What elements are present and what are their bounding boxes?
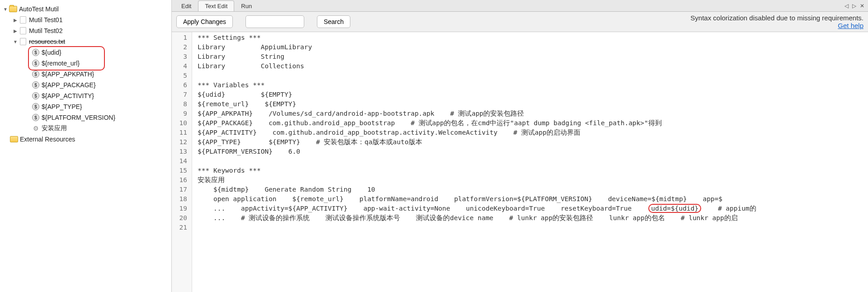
code-line[interactable]: *** Settings ***: [198, 33, 868, 42]
file-icon: [19, 16, 27, 24]
line-gutter: 123456789101112131415161718192021: [172, 32, 192, 292]
tree-root-label: AutoTest Mutil: [19, 5, 59, 13]
variable-icon: [32, 81, 40, 89]
code-line[interactable]: ${APP_ACTIVITY} com.github.android_app_b…: [198, 128, 868, 137]
tree-keyword-label: 安装应用: [42, 124, 67, 132]
tree-external-label: External Resources: [20, 136, 75, 143]
tabbar: Edit Text Edit Run ◁ ▷ ✕: [172, 0, 868, 12]
code-line[interactable]: [198, 223, 868, 232]
tree-variable[interactable]: ${APP_PACKAGE}: [0, 80, 171, 90]
annotation-highlight: udid=${udid}: [648, 204, 701, 213]
search-input[interactable]: [245, 15, 304, 28]
spacer: [24, 71, 32, 78]
tree-variable[interactable]: ${remote_url}: [0, 58, 171, 69]
spacer: [24, 114, 32, 121]
tree-variable-label: ${APP_TYPE}: [42, 103, 82, 110]
code-line[interactable]: ${udid} ${EMPTY}: [198, 90, 868, 99]
nav-forward-icon[interactable]: ▷: [852, 3, 856, 9]
main-panel: Edit Text Edit Run ◁ ▷ ✕ Apply Changes S…: [172, 0, 868, 292]
file-icon: [19, 27, 27, 35]
code-line[interactable]: [198, 71, 868, 80]
spacer: [24, 92, 32, 99]
collapse-arrow-icon[interactable]: [12, 16, 19, 24]
tree-variable-label: ${udid}: [42, 49, 61, 56]
code-area[interactable]: *** Settings ***Library AppiumLibraryLib…: [192, 32, 868, 292]
toolbar: Apply Changes Search Syntax colorization…: [172, 12, 868, 32]
variable-icon: [32, 59, 40, 67]
tree-suite-label: Mutil Test01: [29, 16, 62, 24]
spacer: [24, 60, 32, 67]
tree-variable-label: ${APP_APKPATH}: [42, 71, 94, 78]
code-line[interactable]: 安装应用: [198, 175, 868, 185]
spacer: [24, 103, 32, 110]
code-line[interactable]: *** Keywords ***: [198, 166, 868, 175]
folder-icon: [9, 5, 17, 13]
tree-root[interactable]: AutoTest Mutil: [0, 4, 171, 14]
folder-icon: [10, 135, 18, 143]
code-line[interactable]: ... # 测试设备的操作系统 测试设备操作系统版本号 测试设备的device …: [198, 213, 868, 223]
tree-external[interactable]: External Resources: [0, 134, 171, 145]
code-line[interactable]: [198, 156, 868, 166]
tree-keyword[interactable]: 安装应用: [0, 123, 171, 134]
code-line[interactable]: ${APP_TYPE} ${EMPTY} # 安装包版本：qa版本或auto版本: [198, 137, 868, 147]
code-line[interactable]: ... appActivity=${APP_ACTIVITY} app-wait…: [198, 204, 868, 213]
tree-variable-label: ${remote_url}: [42, 60, 80, 67]
variable-icon: [32, 113, 40, 122]
expand-arrow-icon[interactable]: [2, 5, 9, 13]
spacer: [24, 81, 32, 89]
variable-icon: [32, 48, 40, 57]
tree-suite[interactable]: Mutil Test01: [0, 14, 171, 25]
text-editor[interactable]: 123456789101112131415161718192021 *** Se…: [172, 32, 868, 292]
code-line[interactable]: Library Collections: [198, 61, 868, 71]
spacer: [24, 125, 32, 132]
code-line[interactable]: Library AppiumLibrary: [198, 42, 868, 52]
tab-edit[interactable]: Edit: [175, 0, 198, 11]
tree-variable-label: ${APP_PACKAGE}: [42, 81, 96, 89]
nav-back-icon[interactable]: ◁: [844, 3, 849, 9]
variable-icon: [32, 70, 40, 78]
tab-run[interactable]: Run: [234, 0, 259, 11]
tree-suite-label: Mutil Test02: [29, 27, 62, 34]
tree-variable[interactable]: ${APP_APKPATH}: [0, 69, 171, 80]
tree-variable-label: ${PLATFORM_VERSION}: [42, 114, 115, 121]
code-line[interactable]: ${midtmp} Generate Random String 10: [198, 185, 868, 194]
close-icon[interactable]: ✕: [860, 3, 864, 9]
tab-text-edit[interactable]: Text Edit: [198, 0, 234, 11]
project-tree[interactable]: AutoTest Mutil Mutil Test01 Mutil Test02…: [0, 0, 172, 292]
syntax-warning: Syntax colorization disabled due to miss…: [690, 14, 863, 22]
code-line[interactable]: *** Variables ***: [198, 80, 868, 90]
code-line[interactable]: ${APP_APKPATH} /Volumes/sd_card/android-…: [198, 109, 868, 118]
file-icon: [19, 38, 27, 46]
tree-suite[interactable]: Mutil Test02: [0, 25, 171, 36]
get-help-link[interactable]: Get help: [690, 22, 863, 29]
tree-variable[interactable]: ${APP_TYPE}: [0, 101, 171, 112]
spacer: [24, 49, 32, 56]
tree-variable-label: ${APP_ACTIVITY}: [42, 92, 94, 99]
code-line[interactable]: open application ${remote_url} platformN…: [198, 194, 868, 204]
collapse-arrow-icon[interactable]: [12, 27, 19, 34]
code-line[interactable]: Library String: [198, 52, 868, 61]
tree-resource-label: resources.txt: [29, 38, 65, 45]
tree-variable[interactable]: ${udid}: [0, 47, 171, 58]
gear-icon: [32, 124, 40, 132]
tree-variable[interactable]: ${APP_ACTIVITY}: [0, 90, 171, 101]
code-line[interactable]: ${APP_PACKAGE} com.github.android_app_bo…: [198, 118, 868, 128]
code-line[interactable]: ${remote_url} ${EMPTY}: [198, 99, 868, 109]
variable-icon: [32, 103, 40, 111]
apply-changes-button[interactable]: Apply Changes: [176, 15, 233, 28]
search-button[interactable]: Search: [317, 15, 350, 28]
tree-variable[interactable]: ${PLATFORM_VERSION}: [0, 112, 171, 123]
tree-resource-file[interactable]: resources.txt: [0, 36, 171, 47]
variable-icon: [32, 92, 40, 100]
expand-arrow-icon[interactable]: [12, 38, 19, 45]
code-line[interactable]: ${PLATFORM_VERSION} 6.0: [198, 147, 868, 156]
